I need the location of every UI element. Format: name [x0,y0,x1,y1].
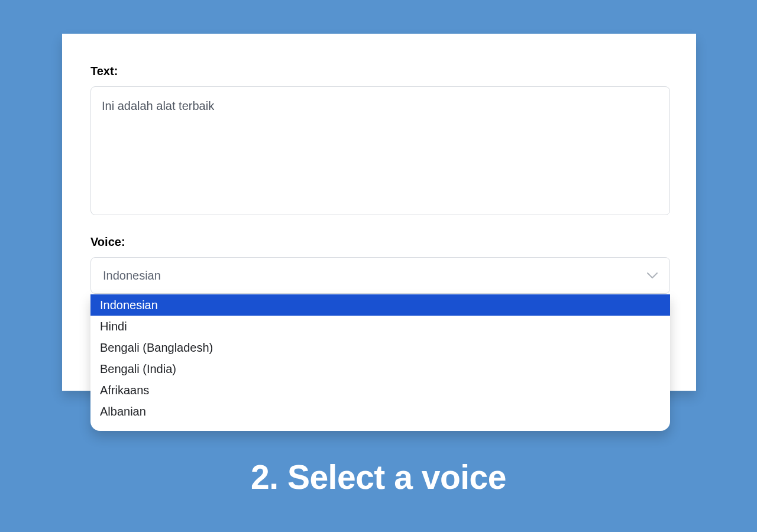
voice-option[interactable]: Bengali (Bangladesh) [90,337,670,358]
chevron-down-icon [647,270,658,281]
voice-select[interactable]: Indonesian [90,257,670,294]
voice-selected-value: Indonesian [103,269,161,283]
form-card: Text: Voice: Indonesian Indonesian Hindi… [62,34,696,391]
step-caption: 2. Select a voice [0,458,757,497]
voice-dropdown: Indonesian Hindi Bengali (Bangladesh) Be… [90,294,670,431]
voice-option[interactable]: Bengali (India) [90,358,670,379]
voice-option[interactable]: Albanian [90,401,670,431]
form-content: Text: Voice: Indonesian Indonesian Hindi… [62,34,696,294]
voice-option[interactable]: Hindi [90,316,670,337]
voice-select-wrapper: Indonesian Indonesian Hindi Bengali (Ban… [90,257,670,294]
voice-option[interactable]: Afrikaans [90,379,670,401]
voice-label: Voice: [90,235,670,249]
text-label: Text: [90,64,670,78]
voice-option[interactable]: Indonesian [90,294,670,316]
text-input[interactable] [90,86,670,215]
voice-section: Voice: Indonesian Indonesian Hindi Benga… [90,235,670,294]
